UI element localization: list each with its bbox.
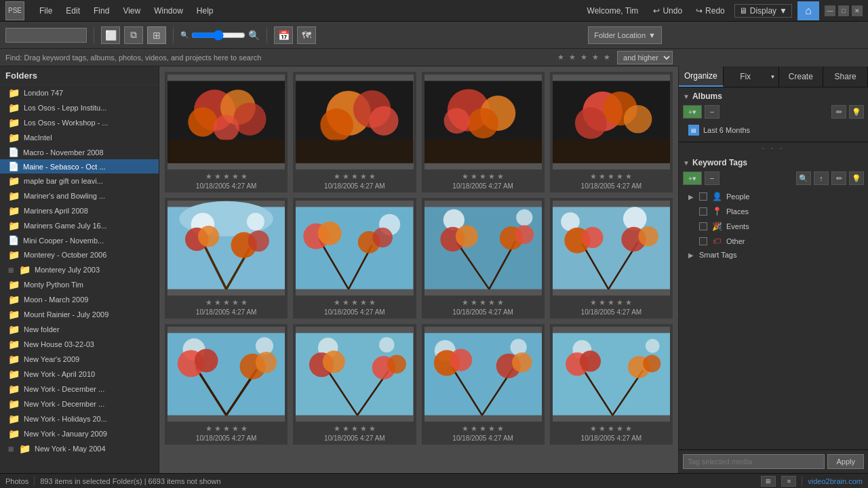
- find-tag-button[interactable]: 🔍: [796, 171, 811, 185]
- rating-filter-select[interactable]: and higher: [617, 51, 673, 64]
- photo-rating[interactable]: ★ ★ ★ ★ ★: [334, 172, 376, 181]
- keyword-events[interactable]: ▶ 🎉 Events: [683, 219, 864, 234]
- photo-rating[interactable]: ★ ★ ★ ★ ★: [590, 172, 632, 181]
- folder-item[interactable]: 📁 New York - January 2009: [0, 426, 159, 441]
- folder-item[interactable]: 📁 London 747: [0, 85, 159, 100]
- maximize-button[interactable]: □: [838, 5, 849, 16]
- status-list-view-button[interactable]: ≡: [781, 476, 796, 487]
- expand-smart-tags-arrow[interactable]: ▶: [688, 251, 694, 259]
- home-button[interactable]: ⌂: [797, 1, 819, 20]
- view-date-button[interactable]: 📅: [274, 26, 293, 44]
- minimize-button[interactable]: —: [825, 5, 835, 16]
- keyword-people[interactable]: ▶ 👤 People: [683, 189, 864, 204]
- photo-cell[interactable]: ★ ★ ★ ★ ★ 10/18/2005 4:27 AM: [293, 198, 416, 319]
- folder-item-selected[interactable]: 📄 Maine - Sebasco - Oct ...: [0, 159, 159, 174]
- view-map-button[interactable]: 🗺: [297, 26, 316, 44]
- photo-cell[interactable]: ★ ★ ★ ★ ★ 10/18/2005 4:27 AM: [550, 72, 673, 192]
- edit-tag-button[interactable]: ✏: [831, 171, 846, 185]
- folder-item[interactable]: 📁 Mount Rainier - July 2009: [0, 307, 159, 322]
- menu-help[interactable]: Help: [190, 6, 220, 16]
- photo-rating[interactable]: ★ ★ ★ ★ ★: [205, 172, 248, 181]
- tab-organize[interactable]: Organize: [679, 66, 724, 87]
- photo-rating[interactable]: ★ ★ ★ ★ ★: [205, 424, 248, 433]
- folder-item[interactable]: ⊞ 📁 Monterey July 2003: [0, 262, 159, 277]
- search-input[interactable]: [5, 28, 87, 43]
- folder-item[interactable]: 📁 New York - December ...: [0, 382, 159, 396]
- folder-item[interactable]: 📁 Monterey - October 2006: [0, 247, 159, 262]
- keyword-collapse-arrow[interactable]: ▼: [683, 159, 690, 167]
- photo-cell[interactable]: ★ ★ ★ ★ ★ 10/18/2005 4:27 AM: [165, 198, 288, 319]
- keyword-places[interactable]: ▶ 📍 Places: [683, 204, 864, 219]
- display-button[interactable]: 🖥 Display ▼: [734, 4, 792, 18]
- folder-item[interactable]: 📁 Moon - March 2009: [0, 292, 159, 307]
- tag-input-field[interactable]: [683, 454, 825, 469]
- photo-cell[interactable]: ★ ★ ★ ★ ★ 10/18/2005 4:27 AM: [165, 324, 288, 445]
- other-checkbox[interactable]: [699, 237, 707, 245]
- remove-tag-button[interactable]: −: [705, 171, 719, 185]
- photo-rating[interactable]: ★ ★ ★ ★ ★: [334, 298, 376, 307]
- smart-tags-item[interactable]: ▶ Smart Tags: [683, 249, 864, 261]
- people-checkbox[interactable]: [699, 192, 707, 201]
- redo-button[interactable]: ↪ Redo: [692, 5, 729, 17]
- folder-location-dropdown[interactable]: Folder Location ▼: [588, 26, 662, 44]
- view-grid-button[interactable]: ⊞: [147, 26, 166, 44]
- menu-file[interactable]: File: [33, 6, 59, 16]
- photo-cell[interactable]: ★ ★ ★ ★ ★ 10/18/2005 4:27 AM: [550, 324, 673, 445]
- menu-find[interactable]: Find: [87, 6, 116, 16]
- view-compare-button[interactable]: ⧉: [124, 26, 143, 44]
- photo-rating[interactable]: ★ ★ ★ ★ ★: [590, 424, 632, 433]
- photo-rating[interactable]: ★ ★ ★ ★ ★: [462, 424, 504, 433]
- photo-rating[interactable]: ★ ★ ★ ★ ★: [462, 298, 504, 307]
- smart-album-button[interactable]: 💡: [849, 105, 864, 119]
- expand-people-arrow[interactable]: ▶: [688, 193, 694, 201]
- photo-cell[interactable]: ★ ★ ★ ★ ★ 10/18/2005 4:27 AM: [422, 72, 545, 192]
- tab-create[interactable]: Create: [779, 66, 824, 87]
- photo-rating[interactable]: ★ ★ ★ ★ ★: [590, 298, 632, 307]
- folder-item[interactable]: 📁 Mariner's and Bowling ...: [0, 188, 159, 203]
- photo-cell[interactable]: ★ ★ ★ ★ ★ 10/18/2005 4:27 AM: [165, 72, 288, 192]
- undo-button[interactable]: ↩ Undo: [649, 5, 686, 17]
- tab-share[interactable]: Share: [823, 66, 868, 87]
- photo-cell[interactable]: ★ ★ ★ ★ ★ 10/18/2005 4:27 AM: [293, 72, 416, 192]
- folder-item[interactable]: 📁 New York - April 2010: [0, 367, 159, 382]
- folder-item[interactable]: 📄 Macro - November 2008: [0, 145, 159, 159]
- albums-collapse-arrow[interactable]: ▼: [683, 93, 690, 100]
- view-single-button[interactable]: ⬜: [101, 26, 120, 44]
- photo-rating[interactable]: ★ ★ ★ ★ ★: [462, 172, 504, 181]
- photo-cell[interactable]: ★ ★ ★ ★ ★ 10/18/2005 4:27 AM: [422, 324, 545, 445]
- star-filter[interactable]: ★ ★ ★ ★ ★: [557, 53, 612, 62]
- photo-cell[interactable]: ★ ★ ★ ★ ★ 10/18/2005 4:27 AM: [550, 198, 673, 319]
- add-tag-button[interactable]: +▾: [683, 171, 702, 185]
- status-grid-view-button[interactable]: ⊞: [761, 476, 776, 487]
- menu-view[interactable]: View: [116, 6, 147, 16]
- folder-item[interactable]: 📁 New York - December ...: [0, 396, 159, 411]
- tab-fix[interactable]: Fix: [724, 66, 779, 87]
- add-album-button[interactable]: +▾: [683, 105, 702, 119]
- photo-cell[interactable]: ★ ★ ★ ★ ★ 10/18/2005 4:27 AM: [293, 324, 416, 445]
- events-checkbox[interactable]: [699, 222, 707, 230]
- photo-cell[interactable]: ★ ★ ★ ★ ★ 10/18/2005 4:27 AM: [422, 198, 545, 319]
- apply-tag-button[interactable]: Apply: [827, 454, 864, 469]
- folder-item[interactable]: 📁 New House 03-22-03: [0, 337, 159, 352]
- folder-item[interactable]: 📁 MacIntel: [0, 130, 159, 145]
- edit-album-button[interactable]: ✏: [831, 105, 846, 119]
- folder-item[interactable]: 📁 Los Osos - Workshop - ...: [0, 115, 159, 130]
- folder-item[interactable]: 📁 Mariners April 2008: [0, 203, 159, 218]
- folder-item[interactable]: 📁 maple bar gift on leavi...: [0, 174, 159, 188]
- folder-item[interactable]: 📄 Mini Cooper - Novemb...: [0, 233, 159, 247]
- album-item-last6months[interactable]: ▤ Last 6 Months: [683, 123, 864, 138]
- folder-item[interactable]: 📁 New Year's 2009: [0, 352, 159, 367]
- close-button[interactable]: ✕: [852, 5, 863, 16]
- import-tag-button[interactable]: ↑: [814, 171, 829, 185]
- tag-tip-button[interactable]: 💡: [849, 171, 864, 185]
- folder-item[interactable]: 📁 New folder: [0, 322, 159, 337]
- menu-edit[interactable]: Edit: [59, 6, 87, 16]
- folder-item[interactable]: 📁 Monty Python Tim: [0, 277, 159, 292]
- folder-item[interactable]: ⊞ 📁 New York - May 2004: [0, 441, 159, 456]
- photo-rating[interactable]: ★ ★ ★ ★ ★: [205, 298, 248, 307]
- folder-item[interactable]: 📁 Mariners Game July 16...: [0, 218, 159, 233]
- folder-item[interactable]: 📁 New York - Holidays 20...: [0, 411, 159, 426]
- remove-album-button[interactable]: −: [705, 105, 719, 119]
- keyword-other[interactable]: ▶ 🏷 Other: [683, 234, 864, 249]
- photo-rating[interactable]: ★ ★ ★ ★ ★: [334, 424, 376, 433]
